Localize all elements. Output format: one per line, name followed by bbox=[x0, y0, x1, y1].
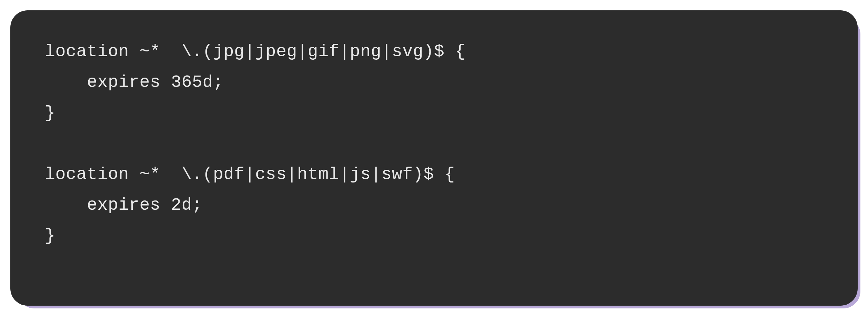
code-content[interactable]: location ~* \.(jpg|jpeg|gif|png|svg)$ { … bbox=[45, 36, 823, 251]
code-line-7: } bbox=[45, 226, 55, 246]
code-line-2: expires 365d; bbox=[45, 72, 224, 92]
code-container: location ~* \.(jpg|jpeg|gif|png|svg)$ { … bbox=[10, 10, 858, 306]
code-line-1: location ~* \.(jpg|jpeg|gif|png|svg)$ { bbox=[45, 42, 465, 61]
code-line-3: } bbox=[45, 103, 55, 123]
code-line-6: expires 2d; bbox=[45, 195, 203, 215]
code-line-5: location ~* \.(pdf|css|html|js|swf)$ { bbox=[45, 165, 455, 184]
code-block[interactable]: location ~* \.(jpg|jpeg|gif|png|svg)$ { … bbox=[10, 10, 858, 306]
